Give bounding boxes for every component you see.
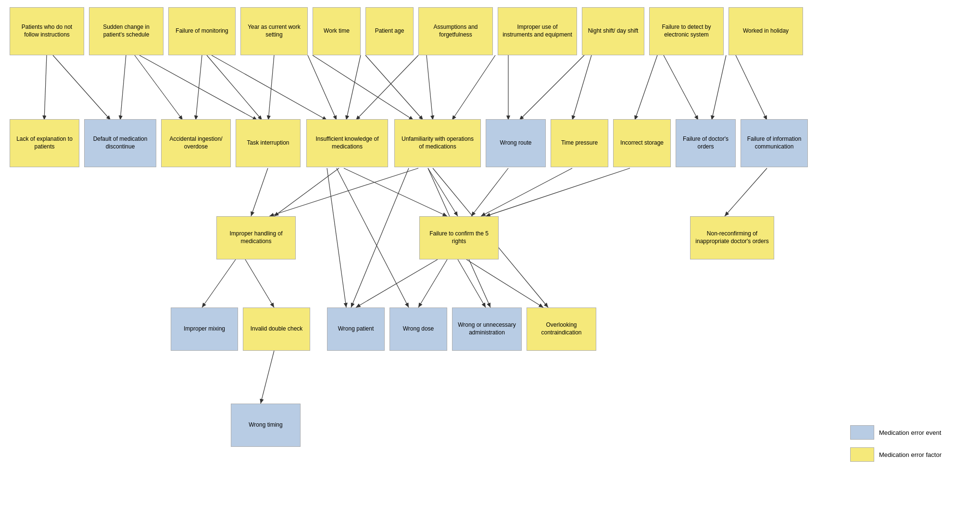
node-insufficient-knowledge: Insufficient knowledge of medications [306,119,388,167]
svg-line-14 [356,55,418,120]
svg-line-8 [212,55,327,120]
svg-line-34 [245,259,274,308]
svg-line-4 [135,55,183,120]
node-failure-info-communication: Failure of information communication [741,119,808,167]
svg-line-39 [327,168,346,308]
node-improper-handling: Improper handling of medications [216,216,296,259]
node-incorrect-storage: Incorrect storage [613,119,671,167]
svg-line-35 [356,259,438,308]
svg-line-16 [452,55,495,120]
svg-line-11 [313,55,414,120]
svg-line-19 [572,55,591,120]
node-patients-instructions: Patients who do not follow instructions [10,7,84,55]
node-overlooking: Overlooking contraindication [527,308,596,351]
svg-line-32 [471,168,508,216]
node-task-interruption: Task interruption [236,119,301,167]
node-worked-holiday: Worked in holiday [729,7,803,55]
svg-line-3 [120,55,126,120]
legend-box-event [850,425,874,440]
arrows-svg [0,0,980,529]
node-failure-monitoring: Failure of monitoring [168,7,236,55]
svg-line-25 [274,168,339,216]
node-wrong-patient: Wrong patient [327,308,385,351]
svg-line-24 [251,168,268,216]
svg-line-1 [44,55,47,120]
svg-line-20 [635,55,657,120]
svg-line-38 [466,259,543,308]
node-unfamiliarity: Unfamiliarity with operations of medicat… [394,119,481,167]
svg-line-27 [428,168,458,216]
svg-line-41 [351,168,409,308]
svg-line-40 [337,168,409,308]
svg-line-9 [268,55,274,120]
node-improper-use: Improper use of instruments and equipmen… [498,7,577,55]
node-night-shift: Night shift/ day shift [582,7,644,55]
svg-line-26 [344,168,447,216]
svg-line-44 [261,351,274,404]
svg-line-30 [486,168,630,216]
node-non-reconfirming: Non-reconfirming of inappropriate doctor… [690,216,774,259]
legend: Medication error event Medication error … [850,425,942,462]
svg-line-21 [664,55,698,120]
legend-box-factor [850,447,874,462]
node-wrong-route: Wrong route [486,119,546,167]
diagram-container: Patients who do not follow instructions … [0,0,980,529]
svg-line-12 [346,55,361,120]
svg-line-36 [418,259,447,308]
node-failure-detect: Failure to detect by electronic system [649,7,724,55]
node-failure-doctors-orders: Failure of doctor's orders [676,119,736,167]
node-accidental-ingestion: Accidental ingestion/ overdose [161,119,231,167]
node-patient-age: Patient age [365,7,414,55]
node-wrong-timing: Wrong timing [231,404,301,447]
svg-line-18 [519,55,584,120]
legend-item-factor: Medication error factor [850,447,942,462]
svg-line-37 [458,259,486,308]
node-invalid-double-check: Invalid double check [243,308,310,351]
node-sudden-change: Sudden change in patient's schedule [89,7,163,55]
svg-line-10 [308,55,337,120]
node-time-pressure: Time pressure [551,119,608,167]
svg-line-31 [725,168,767,216]
node-failure-confirm-5rights: Failure to confirm the 5 rights [419,216,499,259]
svg-line-33 [202,259,236,308]
svg-line-22 [712,55,726,120]
svg-line-5 [139,55,257,120]
node-work-time: Work time [313,7,361,55]
svg-line-7 [207,55,262,120]
svg-line-13 [365,55,423,120]
svg-line-15 [427,55,433,120]
node-assumptions: Assumptions and forgetfulness [418,7,493,55]
svg-line-6 [196,55,202,120]
node-lack-explanation: Lack of explanation to patients [10,119,79,167]
svg-line-28 [269,168,418,216]
node-year-work-setting: Year as current work setting [240,7,308,55]
svg-line-29 [481,168,572,216]
svg-line-23 [736,55,767,120]
node-improper-mixing: Improper mixing [171,308,238,351]
node-wrong-unnecessary: Wrong or unnecessary administration [452,308,522,351]
svg-line-2 [53,55,111,120]
legend-item-event: Medication error event [850,425,942,440]
node-default-medication: Default of medication discontinue [84,119,156,167]
node-wrong-dose: Wrong dose [389,308,447,351]
